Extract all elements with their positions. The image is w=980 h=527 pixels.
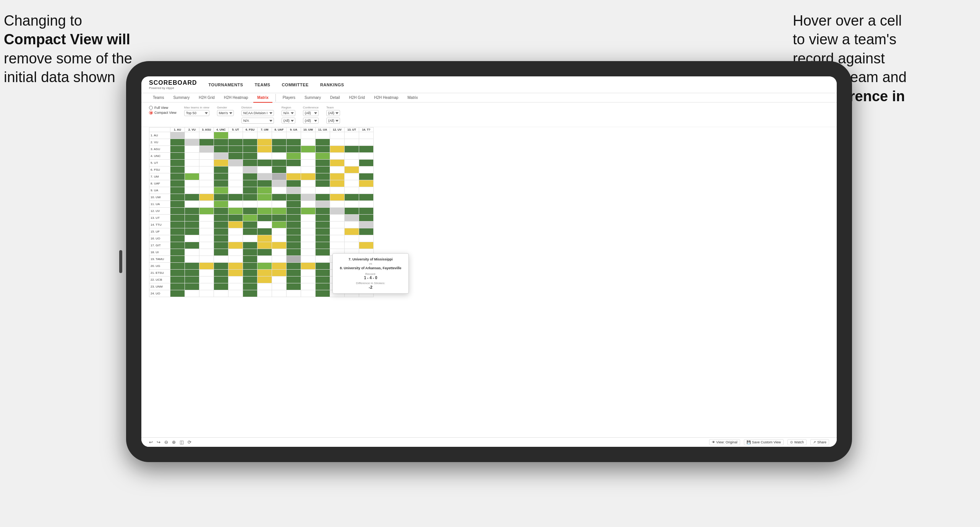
matrix-cell[interactable] <box>199 160 214 167</box>
matrix-cell[interactable] <box>199 235 214 242</box>
nav-teams[interactable]: TEAMS <box>254 82 270 87</box>
matrix-cell[interactable] <box>243 160 258 167</box>
matrix-cell[interactable] <box>330 146 345 153</box>
matrix-cell[interactable] <box>301 201 316 208</box>
matrix-cell[interactable] <box>243 283 258 290</box>
matrix-cell[interactable] <box>243 173 258 180</box>
matrix-cell[interactable] <box>359 167 374 173</box>
matrix-cell[interactable] <box>287 167 301 173</box>
matrix-cell[interactable] <box>243 249 258 256</box>
tab-detail[interactable]: Detail <box>326 93 344 103</box>
matrix-cell[interactable] <box>345 235 359 242</box>
matrix-cell[interactable] <box>214 242 228 249</box>
matrix-cell[interactable] <box>214 221 228 228</box>
matrix-cell[interactable] <box>301 139 316 146</box>
matrix-cell[interactable] <box>301 187 316 194</box>
matrix-cell[interactable] <box>301 221 316 228</box>
matrix-cell[interactable] <box>258 221 272 228</box>
matrix-cell[interactable] <box>243 139 258 146</box>
matrix-cell[interactable] <box>228 249 243 256</box>
matrix-cell[interactable] <box>170 290 185 297</box>
matrix-cell[interactable] <box>345 228 359 235</box>
full-view-radio[interactable] <box>149 106 153 110</box>
matrix-cell[interactable] <box>170 146 185 153</box>
compact-view-radio[interactable] <box>149 111 153 115</box>
matrix-cell[interactable] <box>185 249 199 256</box>
matrix-cell[interactable] <box>287 215 301 221</box>
matrix-cell[interactable] <box>228 256 243 263</box>
matrix-cell[interactable] <box>199 201 214 208</box>
matrix-cell[interactable] <box>258 173 272 180</box>
matrix-cell[interactable] <box>185 215 199 221</box>
matrix-cell[interactable] <box>243 228 258 235</box>
matrix-cell[interactable] <box>316 153 330 160</box>
matrix-cell[interactable] <box>170 249 185 256</box>
nav-committee[interactable]: COMMITTEE <box>282 82 309 87</box>
zoom-out-icon[interactable]: ⊖ <box>164 440 168 445</box>
matrix-cell[interactable] <box>359 228 374 235</box>
matrix-cell[interactable] <box>258 215 272 221</box>
matrix-cell[interactable] <box>214 153 228 160</box>
matrix-cell[interactable] <box>258 153 272 160</box>
matrix-cell[interactable] <box>316 194 330 201</box>
matrix-cell[interactable] <box>228 242 243 249</box>
matrix-cell[interactable] <box>243 167 258 173</box>
matrix-cell[interactable] <box>185 208 199 215</box>
redo-icon[interactable]: ↪ <box>157 440 160 445</box>
matrix-cell[interactable] <box>316 249 330 256</box>
tab-summary-left[interactable]: Summary <box>169 93 193 103</box>
matrix-cell[interactable] <box>272 256 287 263</box>
matrix-cell[interactable] <box>301 167 316 173</box>
matrix-cell[interactable] <box>258 290 272 297</box>
matrix-cell[interactable] <box>170 256 185 263</box>
matrix-cell[interactable] <box>228 187 243 194</box>
matrix-cell[interactable] <box>287 160 301 167</box>
matrix-cell[interactable] <box>301 276 316 283</box>
matrix-cell[interactable] <box>359 132 374 139</box>
matrix-cell[interactable] <box>272 187 287 194</box>
matrix-cell[interactable] <box>185 242 199 249</box>
matrix-cell[interactable] <box>214 173 228 180</box>
matrix-cell[interactable] <box>345 180 359 187</box>
matrix-cell[interactable] <box>359 235 374 242</box>
matrix-cell[interactable] <box>330 167 345 173</box>
max-teams-select[interactable]: Top 50 <box>184 110 209 116</box>
matrix-cell[interactable] <box>170 235 185 242</box>
matrix-cell[interactable] <box>214 290 228 297</box>
matrix-cell[interactable] <box>258 139 272 146</box>
matrix-cell[interactable] <box>359 208 374 215</box>
matrix-cell[interactable] <box>301 153 316 160</box>
matrix-cell[interactable] <box>199 153 214 160</box>
tab-matrix-left[interactable]: Matrix <box>253 93 272 103</box>
matrix-cell[interactable] <box>301 256 316 263</box>
matrix-cell[interactable] <box>301 283 316 290</box>
matrix-cell[interactable] <box>272 146 287 153</box>
matrix-cell[interactable] <box>345 201 359 208</box>
full-view-option[interactable]: Full View <box>149 106 177 110</box>
matrix-cell[interactable] <box>272 221 287 228</box>
matrix-cell[interactable] <box>228 283 243 290</box>
matrix-cell[interactable] <box>272 173 287 180</box>
matrix-cell[interactable] <box>272 290 287 297</box>
matrix-cell[interactable] <box>258 249 272 256</box>
matrix-cell[interactable] <box>330 160 345 167</box>
matrix-cell[interactable] <box>345 146 359 153</box>
matrix-cell[interactable] <box>214 270 228 276</box>
matrix-cell[interactable] <box>272 249 287 256</box>
watch-button[interactable]: ⊙ Watch <box>787 439 807 445</box>
matrix-cell[interactable] <box>185 160 199 167</box>
matrix-cell[interactable] <box>243 263 258 270</box>
matrix-cell[interactable] <box>330 242 345 249</box>
matrix-cell[interactable] <box>199 139 214 146</box>
matrix-cell[interactable] <box>301 146 316 153</box>
matrix-cell[interactable] <box>228 180 243 187</box>
matrix-cell[interactable] <box>345 242 359 249</box>
matrix-cell[interactable] <box>330 208 345 215</box>
matrix-cell[interactable] <box>185 180 199 187</box>
tab-h2h-grid-right[interactable]: H2H Grid <box>345 93 369 103</box>
matrix-cell[interactable] <box>243 194 258 201</box>
matrix-cell[interactable] <box>287 228 301 235</box>
matrix-cell[interactable] <box>258 180 272 187</box>
matrix-cell[interactable] <box>272 194 287 201</box>
matrix-cell[interactable] <box>301 263 316 270</box>
